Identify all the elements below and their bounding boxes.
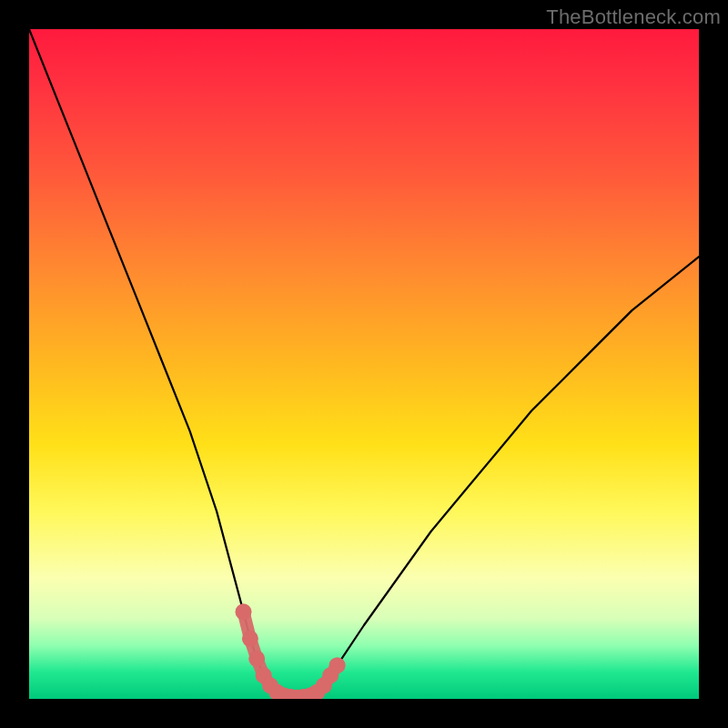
chart-frame: TheBottleneck.com — [0, 0, 728, 728]
watermark-text: TheBottleneck.com — [546, 5, 721, 29]
chart-svg — [29, 29, 699, 699]
svg-point-0 — [236, 603, 252, 620]
svg-point-14 — [329, 657, 346, 673]
plot-area — [29, 29, 699, 699]
svg-point-2 — [248, 651, 265, 667]
svg-point-1 — [242, 631, 258, 647]
bottom-marker — [236, 603, 346, 699]
curve-line — [29, 29, 699, 698]
